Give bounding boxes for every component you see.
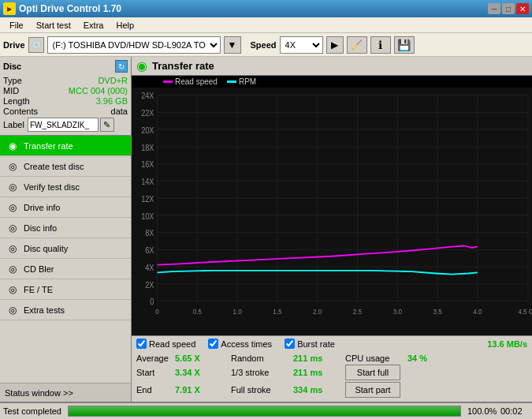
end-cell: End 7.91 X	[136, 385, 231, 395]
sidebar-item-fe-te[interactable]: ◎ FE / TE	[0, 279, 131, 300]
erase-button[interactable]: 🧹	[347, 36, 367, 54]
svg-text:3.0: 3.0	[393, 308, 402, 316]
stats-row-3: End 7.91 X Full stroke 334 ms Start part	[136, 382, 527, 398]
speed-select[interactable]: 4X	[280, 36, 323, 54]
disc-mid-label: MID	[3, 86, 19, 95]
sidebar-item-drive-info[interactable]: ◎ Drive info	[0, 197, 131, 218]
sidebar-item-create-test-disc[interactable]: ◎ Create test disc	[0, 156, 131, 177]
disc-mid-row: MID MCC 004 (000)	[3, 86, 128, 95]
burst-rate-value: 13.6 MB/s	[487, 339, 527, 349]
full-stroke-value: 334 ms	[293, 385, 329, 395]
disc-section: Disc ↻ Type DVD+R MID MCC 004 (000) Leng…	[0, 57, 131, 136]
disc-type-label: Type	[3, 76, 22, 85]
disc-info-icon: ◎	[6, 222, 19, 234]
end-label: End	[136, 385, 172, 395]
disc-type-value: DVD+R	[98, 76, 128, 85]
close-button[interactable]: ✕	[516, 3, 529, 14]
disc-refresh-button[interactable]: ↻	[115, 60, 128, 73]
sidebar-label-disc-info: Disc info	[24, 223, 57, 233]
svg-text:16X: 16X	[141, 160, 154, 170]
sidebar-item-disc-info[interactable]: ◎ Disc info	[0, 218, 131, 238]
maximize-button[interactable]: □	[502, 3, 515, 14]
disc-label-edit-button[interactable]: ✎	[100, 118, 114, 132]
end-value: 7.91 X	[175, 385, 206, 395]
sidebar-item-transfer-rate[interactable]: ◉ Transfer rate	[0, 136, 131, 156]
disc-label-key: Label	[3, 120, 24, 129]
legend-rpm-label: RPM	[239, 77, 256, 86]
svg-text:4X: 4X	[145, 263, 154, 272]
extra-tests-icon: ◎	[6, 304, 19, 316]
window-controls: ─ □ ✕	[488, 3, 529, 14]
svg-text:22X: 22X	[141, 108, 154, 118]
menu-start-test[interactable]: Start test	[30, 19, 77, 32]
drive-select[interactable]: (F:) TOSHIBA DVD/HDW SD-L902A TO35	[47, 36, 221, 54]
svg-text:2.5: 2.5	[353, 308, 362, 316]
disc-title: Disc	[3, 62, 21, 71]
stats-row-1: Average 5.65 X Random 211 ms CPU usage 3…	[136, 354, 527, 363]
legend-read-speed-color	[163, 80, 173, 83]
app-icon: ▶	[3, 2, 16, 15]
average-cell: Average 5.65 X	[136, 354, 231, 363]
minimize-button[interactable]: ─	[488, 3, 500, 14]
svg-text:2.0: 2.0	[313, 308, 322, 316]
random-value: 211 ms	[293, 354, 329, 363]
svg-text:0: 0	[150, 297, 154, 307]
save-button[interactable]: 💾	[394, 36, 415, 54]
svg-text:0.5: 0.5	[193, 308, 202, 316]
title-left: ▶ Opti Drive Control 1.70	[3, 2, 121, 15]
chart-legend: Read speed RPM	[132, 76, 532, 88]
cb-burst-rate-label: Burst rate	[297, 339, 335, 349]
status-time: 00:02	[500, 406, 529, 416]
stroke13-cell: 1/3 stroke 211 ms	[231, 368, 345, 377]
chart-title: Transfer rate	[152, 60, 214, 72]
start-full-button[interactable]: Start full	[345, 365, 400, 380]
main-area: Disc ↻ Type DVD+R MID MCC 004 (000) Leng…	[0, 57, 532, 402]
speed-label: Speed	[251, 40, 277, 50]
drive-icon: 💿	[28, 37, 44, 53]
random-cell: Random 211 ms	[231, 354, 345, 363]
cb-access-times-label: Access times	[221, 339, 272, 349]
svg-text:4.5 GB: 4.5 GB	[518, 308, 532, 316]
cb-access-times[interactable]: Access times	[208, 339, 272, 349]
progress-bar-fill	[69, 406, 460, 416]
disc-contents-row: Contents data	[3, 107, 128, 116]
speed-arrow-button[interactable]: ▶	[326, 36, 344, 54]
disc-label-row: Label ✎	[3, 118, 128, 132]
cb-burst-rate-input[interactable]	[285, 339, 295, 349]
drive-info-icon: ◎	[6, 201, 19, 214]
legend-read-speed: Read speed	[163, 77, 218, 86]
menu-extra[interactable]: Extra	[77, 19, 110, 32]
menu-help[interactable]: Help	[110, 19, 140, 32]
info-button[interactable]: ℹ	[370, 36, 391, 54]
svg-text:20X: 20X	[141, 125, 154, 135]
cpu-label: CPU usage	[345, 354, 404, 363]
disc-length-label: Length	[3, 96, 30, 106]
menu-file[interactable]: File	[3, 19, 30, 32]
cb-burst-rate[interactable]: Burst rate	[285, 339, 335, 349]
fe-te-icon: ◎	[6, 283, 19, 296]
drive-refresh-button[interactable]: ▼	[224, 36, 241, 54]
disc-type-row: Type DVD+R	[3, 76, 128, 85]
start-part-button[interactable]: Start part	[345, 382, 400, 398]
sidebar-item-verify-test-disc[interactable]: ◎ Verify test disc	[0, 177, 131, 197]
full-stroke-cell: Full stroke 334 ms	[231, 385, 345, 395]
disc-contents-label: Contents	[3, 107, 38, 116]
svg-text:10X: 10X	[141, 211, 154, 221]
checkbox-row: Read speed Access times Burst rate 13.6 …	[132, 335, 532, 351]
cb-read-speed-input[interactable]	[136, 339, 147, 349]
sidebar-item-disc-quality[interactable]: ◎ Disc quality	[0, 238, 131, 259]
cb-access-times-input[interactable]	[208, 339, 218, 349]
progress-bar-container	[68, 406, 461, 417]
cd-bler-icon: ◎	[6, 263, 19, 275]
disc-label-input[interactable]	[28, 118, 99, 132]
cb-read-speed[interactable]: Read speed	[136, 339, 195, 349]
transfer-rate-icon: ◉	[6, 140, 19, 152]
sidebar-item-cd-bler[interactable]: ◎ CD Bler	[0, 259, 131, 279]
sidebar-label-disc-quality: Disc quality	[24, 244, 68, 253]
statusbar: Test completed 100.0% 00:02	[0, 402, 532, 419]
sidebar-label-verify-test-disc: Verify test disc	[24, 182, 80, 192]
status-window-button[interactable]: Status window >>	[0, 383, 131, 402]
disc-length-row: Length 3.96 GB	[3, 96, 128, 106]
start-value: 3.34 X	[175, 368, 206, 377]
sidebar-item-extra-tests[interactable]: ◎ Extra tests	[0, 300, 131, 320]
